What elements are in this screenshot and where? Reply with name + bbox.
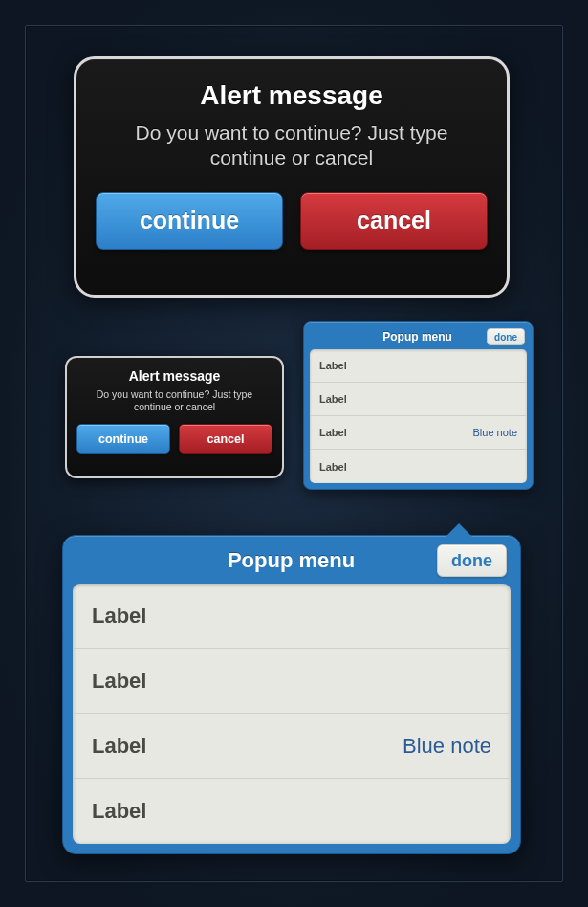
list-item[interactable]: Label: [310, 349, 527, 383]
list-item[interactable]: Label: [73, 779, 511, 844]
done-button[interactable]: done: [487, 328, 525, 345]
popup-list: Label Label Label Blue note Label: [73, 584, 511, 844]
list-item[interactable]: Label: [73, 649, 511, 714]
popup-title: Popup menu: [348, 330, 487, 343]
continue-button[interactable]: continue: [96, 192, 283, 250]
popup-menu-large: Popup menu done Label Label Label Blue n…: [62, 535, 521, 854]
list-item[interactable]: Label: [310, 450, 527, 483]
alert-message: Do you want to continue? Just type conti…: [76, 388, 272, 413]
list-item-label: Label: [92, 799, 146, 824]
list-item-note: Blue note: [403, 734, 491, 759]
alert-button-row: continue cancel: [96, 192, 488, 250]
list-item-label: Label: [319, 427, 347, 438]
cancel-button[interactable]: cancel: [300, 192, 488, 250]
popup-header: Popup menu done: [73, 545, 511, 584]
list-item-note: Blue note: [473, 427, 517, 438]
alert-message: Do you want to continue? Just type conti…: [96, 121, 488, 171]
list-item-label: Label: [92, 669, 146, 694]
popup-list: Label Label Label Blue note Label: [310, 349, 527, 483]
list-item[interactable]: Label: [310, 383, 527, 416]
alert-title: Alert message: [76, 368, 272, 384]
done-button[interactable]: done: [437, 544, 507, 577]
list-item-label: Label: [92, 604, 146, 629]
alert-dialog-small: Alert message Do you want to continue? J…: [65, 356, 284, 478]
alert-dialog-large: Alert message Do you want to continue? J…: [74, 56, 510, 298]
list-item[interactable]: Label Blue note: [73, 714, 511, 779]
alert-title: Alert message: [96, 80, 488, 111]
popup-menu-small: Popup menu done Label Label Label Blue n…: [303, 321, 534, 490]
list-item-label: Label: [319, 393, 347, 405]
alert-button-row: continue cancel: [76, 424, 272, 454]
popup-title: Popup menu: [145, 548, 437, 573]
popup-header: Popup menu done: [310, 328, 527, 349]
list-item-label: Label: [319, 461, 347, 473]
list-item-label: Label: [319, 360, 347, 371]
cancel-button[interactable]: cancel: [179, 424, 272, 454]
continue-button[interactable]: continue: [76, 424, 170, 454]
list-item[interactable]: Label Blue note: [310, 416, 527, 450]
list-item-label: Label: [92, 734, 146, 759]
list-item[interactable]: Label: [73, 584, 511, 649]
